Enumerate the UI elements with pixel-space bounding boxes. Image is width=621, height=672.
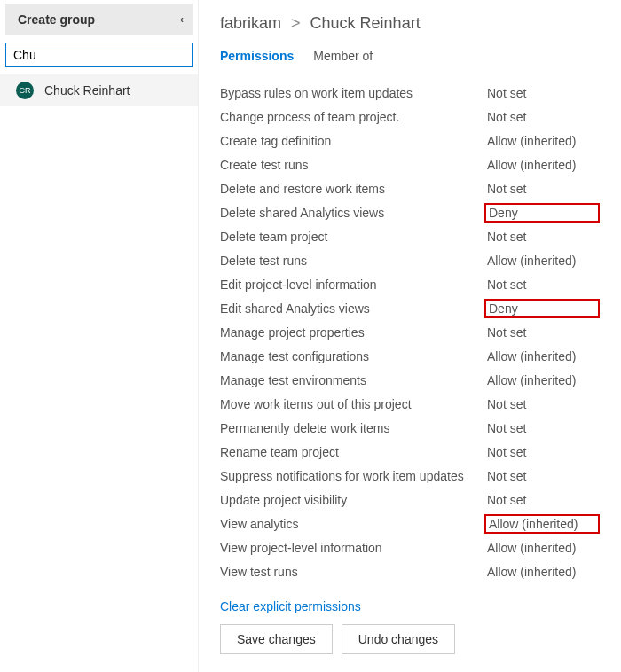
breadcrumb-user: Chuck Reinhart	[310, 14, 421, 32]
permission-label: View analytics	[220, 517, 484, 531]
permission-value[interactable]: Deny	[484, 299, 600, 318]
permission-value[interactable]: Not set	[484, 85, 600, 101]
tab-member-of[interactable]: Member of	[313, 49, 373, 65]
clear-permissions-link[interactable]: Clear explicit permissions	[220, 599, 361, 613]
permission-row: Bypass rules on work item updatesNot set	[220, 81, 600, 105]
permission-label: Manage project properties	[220, 325, 484, 340]
permission-row: Manage project propertiesNot set	[220, 320, 600, 344]
create-group-label: Create group	[18, 12, 95, 27]
permission-value[interactable]: Allow (inherited)	[484, 564, 600, 580]
permission-row: Manage test environmentsAllow (inherited…	[220, 368, 600, 392]
permission-row: Edit shared Analytics viewsDeny	[220, 296, 600, 320]
permission-value[interactable]: Not set	[484, 468, 600, 484]
chevron-left-icon: ‹	[180, 13, 184, 26]
permission-label: Edit project-level information	[220, 277, 484, 292]
permission-value[interactable]: Allow (inherited)	[484, 514, 600, 534]
permission-label: Edit shared Analytics views	[220, 301, 484, 316]
permission-value[interactable]: Not set	[484, 396, 600, 412]
permission-row: Delete shared Analytics viewsDeny	[220, 200, 600, 224]
button-row: Save changes Undo changes	[220, 624, 600, 654]
permission-value[interactable]: Not set	[484, 229, 600, 245]
permission-label: Create tag definition	[220, 134, 484, 148]
permission-row: Suppress notifications for work item upd…	[220, 464, 600, 488]
sidebar: Create group ‹ CR Chuck Reinhart	[0, 0, 199, 672]
permission-label: Move work items out of this project	[220, 397, 484, 411]
permission-row: Move work items out of this projectNot s…	[220, 392, 600, 416]
permission-label: Permanently delete work items	[220, 421, 484, 435]
permission-value[interactable]: Not set	[484, 109, 600, 125]
permission-label: Delete team project	[220, 230, 484, 244]
permission-label: Delete shared Analytics views	[220, 206, 484, 220]
main-panel: fabrikam > Chuck Reinhart Permissions Me…	[199, 0, 621, 672]
permission-value[interactable]: Not set	[484, 492, 600, 508]
permission-value[interactable]: Allow (inherited)	[484, 540, 600, 556]
permission-label: Manage test configurations	[220, 349, 484, 363]
permission-label: View project-level information	[220, 541, 484, 555]
search-input[interactable]	[5, 43, 193, 67]
permission-value[interactable]: Allow (inherited)	[484, 133, 600, 149]
permission-row: Update project visibilityNot set	[220, 488, 600, 512]
undo-button[interactable]: Undo changes	[342, 624, 455, 654]
permission-label: View test runs	[220, 565, 484, 579]
permission-value[interactable]: Not set	[484, 181, 600, 197]
permission-value[interactable]: Allow (inherited)	[484, 253, 600, 269]
permission-row: Manage test configurationsAllow (inherit…	[220, 344, 600, 368]
permission-row: Edit project-level informationNot set	[220, 272, 600, 296]
create-group-button[interactable]: Create group ‹	[5, 4, 193, 35]
permission-value[interactable]: Not set	[484, 324, 600, 340]
tabs: Permissions Member of	[220, 49, 600, 65]
user-list-item[interactable]: CR Chuck Reinhart	[0, 74, 198, 106]
permission-row: View project-level informationAllow (inh…	[220, 535, 600, 559]
save-button[interactable]: Save changes	[220, 624, 333, 654]
permission-row: View test runsAllow (inherited)	[220, 559, 600, 583]
permission-row: Delete and restore work itemsNot set	[220, 176, 600, 200]
breadcrumb: fabrikam > Chuck Reinhart	[220, 14, 600, 33]
avatar: CR	[16, 82, 34, 99]
permission-value[interactable]: Allow (inherited)	[484, 372, 600, 388]
user-list-item-name: Chuck Reinhart	[44, 83, 130, 98]
breadcrumb-org[interactable]: fabrikam	[220, 14, 281, 32]
permission-label: Create test runs	[220, 158, 484, 172]
permission-label: Delete test runs	[220, 254, 484, 268]
permission-value[interactable]: Allow (inherited)	[484, 157, 600, 173]
permission-label: Update project visibility	[220, 493, 484, 507]
permission-row: View analyticsAllow (inherited)	[220, 512, 600, 535]
permission-value[interactable]: Not set	[484, 444, 600, 460]
permission-row: Delete test runsAllow (inherited)	[220, 248, 600, 272]
breadcrumb-separator: >	[291, 14, 301, 32]
permission-label: Bypass rules on work item updates	[220, 86, 484, 100]
permission-row: Create test runsAllow (inherited)	[220, 152, 600, 176]
permission-row: Permanently delete work itemsNot set	[220, 416, 600, 440]
permission-label: Change process of team project.	[220, 110, 484, 124]
tab-permissions[interactable]: Permissions	[220, 49, 294, 65]
permission-row: Delete team projectNot set	[220, 224, 600, 248]
permission-label: Rename team project	[220, 445, 484, 459]
permission-value[interactable]: Allow (inherited)	[484, 348, 600, 364]
permission-value[interactable]: Deny	[484, 203, 600, 223]
permission-value[interactable]: Not set	[484, 420, 600, 436]
permission-value[interactable]: Not set	[484, 277, 600, 293]
permission-row: Rename team projectNot set	[220, 440, 600, 464]
permission-row: Change process of team project.Not set	[220, 105, 600, 129]
permission-label: Delete and restore work items	[220, 182, 484, 196]
permission-label: Suppress notifications for work item upd…	[220, 469, 484, 483]
permissions-table: Bypass rules on work item updatesNot set…	[220, 81, 600, 583]
permission-row: Create tag definitionAllow (inherited)	[220, 129, 600, 152]
permission-label: Manage test environments	[220, 373, 484, 387]
